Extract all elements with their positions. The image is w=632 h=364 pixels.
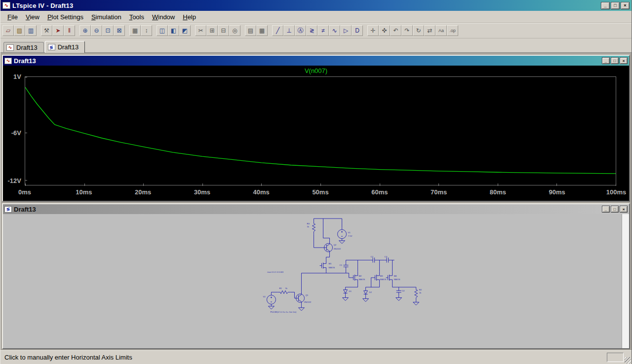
svg-text:M3: M3 (380, 275, 383, 277)
svg-text:V2: V2 (263, 295, 266, 298)
save-icon[interactable]: ▥ (25, 25, 37, 36)
y-axis-tick-label: -12V (8, 177, 21, 184)
menu-plot-settings[interactable]: Plot Settings (43, 12, 87, 22)
window-close-button[interactable]: × (621, 2, 630, 9)
tile-horizontal-icon[interactable]: ◫ (157, 25, 168, 36)
schematic-window-close-button[interactable]: × (620, 206, 628, 213)
x-axis-tick-label: 0ms (18, 188, 31, 196)
waveform-window-maximize-button[interactable]: □ (611, 57, 619, 64)
svg-text:Q1: Q1 (305, 294, 308, 296)
toolbar-group: ◫◧◩ (157, 25, 191, 36)
zoom-out-icon[interactable]: ⊖ (91, 25, 102, 36)
toolbar-group: ▱▨▥ (2, 25, 37, 36)
svg-text:1k: 1k (307, 225, 309, 228)
text-icon[interactable]: Aa (435, 25, 447, 36)
schematic-window-minimize-button[interactable]: _ (602, 206, 610, 213)
svg-text:M2: M2 (359, 275, 362, 277)
x-axis-tick-label: 70ms (431, 188, 447, 196)
menu-bar: FileViewPlot SettingsSimulationToolsWind… (0, 11, 632, 23)
tab-draft13-2[interactable]: ≶Draft13 (45, 41, 85, 53)
capacitor-icon[interactable]: ≠ (317, 25, 329, 36)
toolbar-group: ⚒➤‖ (41, 25, 75, 36)
waveform-plot-area[interactable]: V(n007) 1V-6V-12V 0ms10ms20ms30ms40ms50m… (3, 66, 629, 201)
x-tick-mark (380, 183, 380, 186)
ltspice-window: ∿ LTspice IV - Draft13 _□× FileViewPlot … (0, 0, 632, 364)
trace-label[interactable]: V(n007) (3, 67, 629, 74)
schematic-window-maximize-button[interactable]: □ (611, 206, 619, 213)
redo-icon[interactable]: ↷ (401, 25, 413, 36)
print-icon[interactable]: ▦ (256, 25, 268, 36)
find-icon[interactable]: ◎ (229, 25, 240, 36)
y-tick-mark (25, 180, 27, 181)
new-schematic-icon[interactable]: ▱ (2, 25, 14, 36)
waveform-window-title: Draft13 (14, 57, 36, 65)
window-minimize-button[interactable]: _ (601, 2, 610, 9)
svg-text:PULSE(0 5 0 1u 1u .5m 1m): PULSE(0 5 0 1u 1u .5m 1m) (270, 311, 296, 313)
drag-icon[interactable]: ✜ (379, 25, 390, 36)
rotate-icon[interactable]: ↻ (413, 25, 424, 36)
menu-view[interactable]: View (22, 12, 43, 22)
x-axis-tick-label: 50ms (312, 188, 328, 196)
menu-file[interactable]: File (3, 12, 22, 22)
plot-box[interactable] (25, 76, 616, 185)
x-tick-mark (320, 183, 321, 186)
tile-vertical-icon[interactable]: ◧ (168, 25, 179, 36)
tab-draft13-1[interactable]: ∿Draft13 (3, 42, 44, 52)
zoom-area-icon[interactable]: ⊡ (102, 25, 114, 36)
x-axis-tick-label: 80ms (490, 188, 506, 196)
schematic-canvas[interactable]: R31kV17.5VQ22N2222M1NMOS.tran 0 0.1 0 0.… (3, 214, 629, 348)
ground-icon[interactable]: ⊥ (283, 25, 295, 36)
open-file-icon[interactable]: ▨ (14, 25, 25, 36)
resistor-icon[interactable]: ≷ (306, 25, 317, 36)
zoom-in-icon[interactable]: ⊕ (79, 25, 91, 36)
svg-text:C4: C4 (402, 290, 405, 292)
grid-icon[interactable]: ▦ (129, 25, 141, 36)
autorange-icon[interactable]: ↕ (141, 25, 152, 36)
inductor-icon[interactable]: ∿ (329, 25, 340, 36)
print-preview-icon[interactable]: ▤ (245, 25, 256, 36)
spice-directive-icon[interactable]: .op (447, 25, 458, 36)
zoom-full-icon[interactable]: ⊠ (114, 25, 125, 36)
diode-icon[interactable]: ▷ (340, 25, 352, 36)
toolbar: ▱▨▥⚒➤‖⊕⊖⊡⊠▦↕◫◧◩✂⊞⊟◎▤▦╱⊥Ⓐ≷≠∿▷D✛✜↶↷↻⇄Aa.op (0, 23, 632, 38)
mirror-icon[interactable]: ⇄ (424, 25, 435, 36)
copy-icon[interactable]: ⊞ (206, 25, 218, 36)
menu-tools[interactable]: Tools (125, 12, 148, 22)
halt-icon[interactable]: ‖ (64, 25, 75, 36)
y-axis[interactable]: 1V-6V-12V (3, 76, 23, 185)
schematic-drawing: R31kV17.5VQ22N2222M1NMOS.tran 0 0.1 0 0.… (3, 214, 622, 348)
resize-grip[interactable] (625, 357, 631, 364)
schematic-scrollbar[interactable] (622, 214, 629, 348)
menu-simulation[interactable]: Simulation (87, 12, 125, 22)
y-axis-tick-label: -6V (11, 129, 21, 136)
svg-text:C1: C1 (340, 264, 343, 266)
label-net-icon[interactable]: Ⓐ (295, 25, 306, 36)
waveform-window-titlebar[interactable]: ∿ Draft13 _□× (3, 56, 629, 66)
cascade-icon[interactable]: ◩ (179, 25, 191, 36)
waveform-window-close-button[interactable]: × (620, 57, 628, 64)
x-axis[interactable]: 0ms10ms20ms30ms40ms50ms60ms70ms80ms90ms1… (25, 188, 616, 197)
status-bar: Click to manually enter Horizontal Axis … (0, 350, 632, 364)
menu-help[interactable]: Help (179, 12, 200, 22)
menu-window[interactable]: Window (148, 12, 179, 22)
run-icon[interactable]: ➤ (52, 25, 64, 36)
svg-text:1k: 1k (285, 287, 287, 290)
y-axis-tick-label: 1V (13, 73, 21, 80)
wire-icon[interactable]: ╱ (272, 25, 283, 36)
undo-icon[interactable]: ↶ (390, 25, 401, 36)
svg-text:R1: R1 (279, 287, 282, 290)
control-panel-icon[interactable]: ⚒ (41, 25, 52, 36)
move-icon[interactable]: ✛ (367, 25, 379, 36)
svg-text:C2: C2 (371, 255, 374, 258)
cut-icon[interactable]: ✂ (195, 25, 206, 36)
svg-text:.tran 0 0.1 0 0.001: .tran 0 0.1 0 0.001 (267, 271, 284, 273)
x-tick-mark (143, 183, 144, 186)
component-icon[interactable]: D (352, 25, 363, 36)
window-maximize-button[interactable]: □ (611, 2, 620, 9)
x-tick-mark (84, 183, 85, 186)
toolbar-group: ✂⊞⊟◎ (195, 25, 240, 36)
paste-icon[interactable]: ⊟ (218, 25, 229, 36)
waveform-window-minimize-button[interactable]: _ (602, 57, 610, 64)
toolbar-group: ⊕⊖⊡⊠ (79, 25, 125, 36)
schematic-window-titlebar[interactable]: ≶ Draft13 _□× (3, 204, 629, 214)
